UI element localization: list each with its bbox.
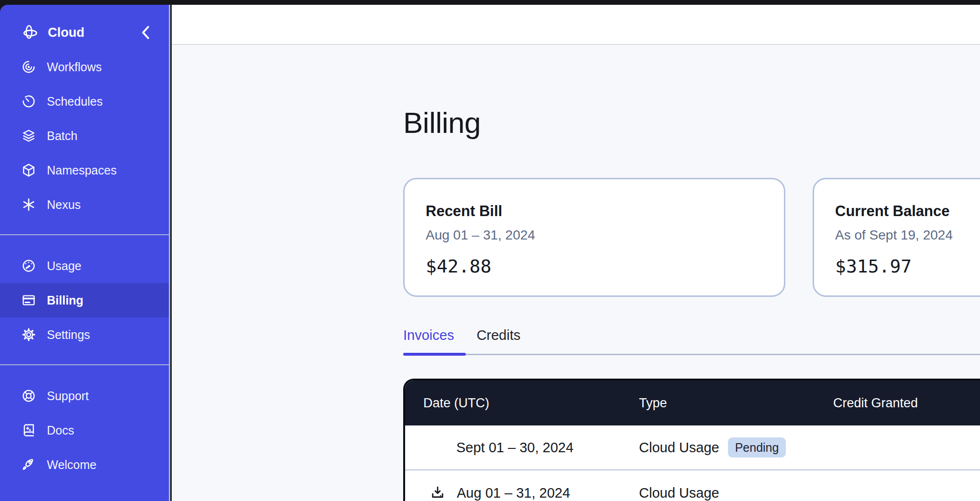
sidebar-item-label: Usage bbox=[47, 259, 81, 273]
sidebar-item-schedules[interactable]: Schedules bbox=[0, 84, 169, 119]
billing-tabs: Invoices Credits bbox=[403, 326, 520, 344]
top-bar bbox=[172, 5, 980, 45]
recent-bill-card: Recent Bill Aug 01 – 31, 2024 $42.88 bbox=[403, 178, 785, 297]
invoice-date-cell: Aug 01 – 31, 2024 bbox=[405, 484, 639, 501]
column-header-date: Date (UTC) bbox=[405, 396, 639, 411]
card-title: Recent Bill bbox=[426, 202, 763, 220]
sidebar-item-label: Workflows bbox=[47, 60, 102, 74]
sidebar-item-label: Welcome bbox=[47, 458, 97, 472]
brand-label: Cloud bbox=[48, 25, 84, 40]
usage-gauge-icon bbox=[21, 258, 36, 273]
workflows-icon bbox=[21, 59, 36, 75]
invoice-date: Sept 01 – 30, 2024 bbox=[405, 440, 639, 456]
active-tab-indicator bbox=[403, 353, 466, 356]
namespaces-cube-icon bbox=[21, 163, 36, 178]
sidebar-item-label: Support bbox=[47, 389, 89, 403]
invoice-date: Aug 01 – 31, 2024 bbox=[457, 485, 570, 501]
batch-layers-icon bbox=[21, 128, 36, 143]
column-header-credit-granted: Credit Granted bbox=[833, 396, 980, 411]
sidebar: Cloud Workflows S bbox=[0, 5, 170, 501]
card-title: Current Balance bbox=[835, 202, 980, 220]
sidebar-item-billing[interactable]: Billing bbox=[0, 283, 169, 317]
sidebar-item-label: Billing bbox=[47, 294, 83, 307]
support-lifebuoy-icon bbox=[21, 388, 36, 403]
tab-credits[interactable]: Credits bbox=[476, 327, 520, 343]
nexus-asterisk-icon bbox=[21, 197, 36, 212]
table-row: Sept 01 – 30, 2024 Cloud Usage Pending bbox=[405, 425, 980, 470]
sidebar-item-docs[interactable]: Docs bbox=[0, 413, 169, 447]
invoice-type: Cloud Usage bbox=[639, 440, 719, 456]
card-subtitle: Aug 01 – 31, 2024 bbox=[426, 227, 763, 243]
schedules-icon bbox=[21, 94, 36, 109]
sidebar-item-label: Batch bbox=[47, 129, 77, 143]
app-window: Cloud Workflows S bbox=[0, 0, 980, 501]
billing-card-icon bbox=[21, 293, 36, 308]
sidebar-brand: Cloud bbox=[0, 15, 169, 50]
download-invoice-button[interactable] bbox=[429, 484, 447, 501]
sidebar-item-settings[interactable]: Settings bbox=[0, 317, 169, 352]
card-subtitle: As of Sept 19, 2024 bbox=[835, 227, 980, 243]
sidebar-item-support[interactable]: Support bbox=[0, 379, 169, 413]
sidebar-item-batch[interactable]: Batch bbox=[0, 119, 169, 153]
table-row: Aug 01 – 31, 2024 Cloud Usage bbox=[405, 470, 980, 501]
welcome-rocket-icon bbox=[21, 457, 36, 472]
main-content: Billing Recent Bill Aug 01 – 31, 2024 $4… bbox=[172, 45, 980, 501]
sidebar-item-namespaces[interactable]: Namespaces bbox=[0, 153, 169, 187]
temporal-logo-icon bbox=[21, 24, 38, 41]
tab-invoices[interactable]: Invoices bbox=[403, 327, 454, 343]
card-amount: $315.97 bbox=[835, 256, 980, 277]
column-header-type: Type bbox=[639, 396, 833, 411]
sidebar-item-label: Schedules bbox=[47, 95, 103, 109]
sidebar-item-welcome[interactable]: Welcome bbox=[0, 447, 169, 482]
invoice-type-cell: Cloud Usage Pending bbox=[639, 437, 833, 457]
docs-book-icon bbox=[21, 423, 36, 438]
table-header-row: Date (UTC) Type Credit Granted bbox=[405, 381, 980, 425]
sidebar-divider bbox=[0, 234, 169, 235]
sidebar-item-workflows[interactable]: Workflows bbox=[0, 50, 169, 84]
sidebar-item-label: Docs bbox=[47, 424, 74, 437]
card-amount: $42.88 bbox=[426, 256, 763, 277]
sidebar-item-label: Nexus bbox=[47, 198, 81, 212]
sidebar-item-label: Settings bbox=[47, 328, 90, 342]
status-badge: Pending bbox=[728, 437, 786, 457]
sidebar-divider bbox=[0, 364, 169, 365]
sidebar-item-usage[interactable]: Usage bbox=[0, 249, 169, 283]
invoice-type-cell: Cloud Usage bbox=[639, 485, 833, 501]
sidebar-item-label: Namespaces bbox=[47, 163, 117, 177]
invoice-type: Cloud Usage bbox=[639, 485, 719, 501]
tabs-baseline bbox=[403, 354, 980, 355]
sidebar-item-nexus[interactable]: Nexus bbox=[0, 187, 169, 222]
sidebar-collapse-button[interactable] bbox=[135, 22, 156, 43]
invoices-table: Date (UTC) Type Credit Granted Sept 01 –… bbox=[403, 379, 980, 501]
current-balance-card: Current Balance As of Sept 19, 2024 $315… bbox=[813, 178, 980, 297]
settings-gear-icon bbox=[21, 327, 36, 342]
page-title: Billing bbox=[403, 106, 481, 140]
